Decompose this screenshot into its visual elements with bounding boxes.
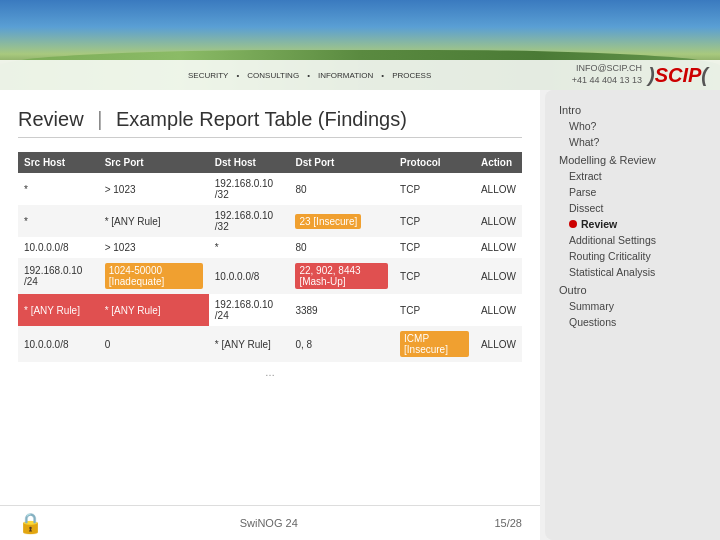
cell-action: ALLOW: [475, 326, 522, 362]
contact-email: INFO@SCIP.CH: [572, 63, 642, 75]
sidebar-item-outro[interactable]: Outro: [555, 282, 710, 298]
sidebar-item-modelling[interactable]: Modelling & Review: [555, 152, 710, 168]
sidebar-label-statistical-analysis: Statistical Analysis: [569, 266, 655, 278]
sidebar-label-who: Who?: [569, 120, 596, 132]
table-row: 192.168.0.10 /24 1024-50000 [Inadequate]…: [18, 258, 522, 294]
nav-section-intro: Intro Who? What?: [555, 102, 710, 150]
cell-action: ALLOW: [475, 258, 522, 294]
footer-page-number: 15/28: [494, 517, 522, 529]
cell-dst-host: *: [209, 237, 290, 258]
table-row: 10.0.0.0/8 > 1023 * 80 TCP ALLOW: [18, 237, 522, 258]
col-dst-port: Dst Port: [289, 152, 394, 173]
footer: 🔒 SwiNOG 24 15/28: [0, 505, 540, 540]
cell-src-host: 192.168.0.10 /24: [18, 258, 99, 294]
cell-dst-host: 192.168.0.10 /24: [209, 294, 290, 326]
sidebar-item-intro[interactable]: Intro: [555, 102, 710, 118]
sidebar-label-summary: Summary: [569, 300, 614, 312]
cell-protocol: TCP: [394, 258, 475, 294]
sidebar-label-questions: Questions: [569, 316, 616, 328]
main-content: Review | Example Report Table (Findings)…: [0, 90, 540, 540]
sidebar-label-routing-criticality: Routing Criticality: [569, 250, 651, 262]
cell-action: ALLOW: [475, 237, 522, 258]
col-action: Action: [475, 152, 522, 173]
cell-src-port: 0: [99, 326, 209, 362]
sidebar-item-who[interactable]: Who?: [555, 118, 710, 134]
sidebar-label-intro: Intro: [559, 104, 581, 116]
ellipsis-cell: …: [18, 362, 522, 383]
cell-src-host: *: [18, 173, 99, 205]
cell-dst-port: 23 [Insecure]: [289, 205, 394, 237]
footer-icon: 🔒: [18, 511, 43, 535]
header-landscape: SECURITY • CONSULTING • INFORMATION • PR…: [0, 0, 720, 90]
cell-protocol: TCP: [394, 294, 475, 326]
nav-section-modelling: Modelling & Review Extract Parse Dissect…: [555, 152, 710, 280]
footer-conference: SwiNOG 24: [240, 517, 298, 529]
sidebar-label-outro: Outro: [559, 284, 587, 296]
col-protocol: Protocol: [394, 152, 475, 173]
nav-section-outro: Outro Summary Questions: [555, 282, 710, 330]
cell-dst-port: 0, 8: [289, 326, 394, 362]
sidebar-item-statistical-analysis[interactable]: Statistical Analysis: [555, 264, 710, 280]
sidebar-item-questions[interactable]: Questions: [555, 314, 710, 330]
sidebar-item-extract[interactable]: Extract: [555, 168, 710, 184]
cell-src-host: *: [18, 205, 99, 237]
nav-process: PROCESS: [392, 71, 431, 80]
cell-dst-host: 192.168.0.10 /32: [209, 205, 290, 237]
cell-protocol: ICMP [Insecure]: [394, 326, 475, 362]
sidebar-label-additional-settings: Additional Settings: [569, 234, 656, 246]
contact-phone: +41 44 404 13 13: [572, 75, 642, 87]
active-dot-icon: [569, 220, 577, 228]
page-title: Review | Example Report Table (Findings): [18, 108, 522, 138]
cell-dst-port: 3389: [289, 294, 394, 326]
cell-src-port: > 1023: [99, 237, 209, 258]
cell-dst-host: 192.168.0.10 /32: [209, 173, 290, 205]
sidebar-item-summary[interactable]: Summary: [555, 298, 710, 314]
sidebar-item-additional-settings[interactable]: Additional Settings: [555, 232, 710, 248]
cell-src-host: 10.0.0.0/8: [18, 237, 99, 258]
nav-information: INFORMATION: [318, 71, 373, 80]
table-row: 10.0.0.0/8 0 * [ANY Rule] 0, 8 ICMP [Ins…: [18, 326, 522, 362]
sidebar-label-review: Review: [581, 218, 617, 230]
cell-protocol: TCP: [394, 205, 475, 237]
col-src-port: Src Port: [99, 152, 209, 173]
cell-src-host: 10.0.0.0/8: [18, 326, 99, 362]
cell-src-port: * [ANY Rule]: [99, 294, 209, 326]
cell-dst-host: 10.0.0.0/8: [209, 258, 290, 294]
table-row: * * [ANY Rule] 192.168.0.10 /32 23 [Inse…: [18, 205, 522, 237]
nav-consulting: CONSULTING: [247, 71, 299, 80]
sidebar-item-parse[interactable]: Parse: [555, 184, 710, 200]
cell-src-host: * [ANY Rule]: [18, 294, 99, 326]
top-bar: SECURITY • CONSULTING • INFORMATION • PR…: [0, 60, 720, 90]
table-row: * > 1023 192.168.0.10 /32 80 TCP ALLOW: [18, 173, 522, 205]
cell-src-port: > 1023: [99, 173, 209, 205]
sidebar-label-parse: Parse: [569, 186, 596, 198]
cell-src-port: * [ANY Rule]: [99, 205, 209, 237]
cell-protocol: TCP: [394, 173, 475, 205]
cell-action: ALLOW: [475, 173, 522, 205]
scip-logo: )SCIP(: [648, 64, 708, 87]
cell-action: ALLOW: [475, 205, 522, 237]
cell-protocol: TCP: [394, 237, 475, 258]
table-ellipsis-row: …: [18, 362, 522, 383]
sidebar-label-dissect: Dissect: [569, 202, 603, 214]
sidebar-label-extract: Extract: [569, 170, 602, 182]
findings-table: Src Host Src Port Dst Host Dst Port Prot…: [18, 152, 522, 383]
col-src-host: Src Host: [18, 152, 99, 173]
table-header-row: Src Host Src Port Dst Host Dst Port Prot…: [18, 152, 522, 173]
sidebar-item-dissect[interactable]: Dissect: [555, 200, 710, 216]
sidebar-label-modelling: Modelling & Review: [559, 154, 656, 166]
sidebar-nav: Intro Who? What? Modelling & Review Extr…: [545, 90, 720, 540]
sidebar-item-routing-criticality[interactable]: Routing Criticality: [555, 248, 710, 264]
cell-dst-port: 80: [289, 237, 394, 258]
col-dst-host: Dst Host: [209, 152, 290, 173]
sidebar-label-what: What?: [569, 136, 599, 148]
sidebar-item-review[interactable]: Review: [555, 216, 710, 232]
sidebar-item-what[interactable]: What?: [555, 134, 710, 150]
pipe-separator: |: [97, 108, 102, 130]
cell-dst-port: 22, 902, 8443 [Mash-Up]: [289, 258, 394, 294]
cell-action: ALLOW: [475, 294, 522, 326]
cell-dst-host: * [ANY Rule]: [209, 326, 290, 362]
table-row: * [ANY Rule] * [ANY Rule] 192.168.0.10 /…: [18, 294, 522, 326]
nav-security: SECURITY: [188, 71, 228, 80]
cell-dst-port: 80: [289, 173, 394, 205]
